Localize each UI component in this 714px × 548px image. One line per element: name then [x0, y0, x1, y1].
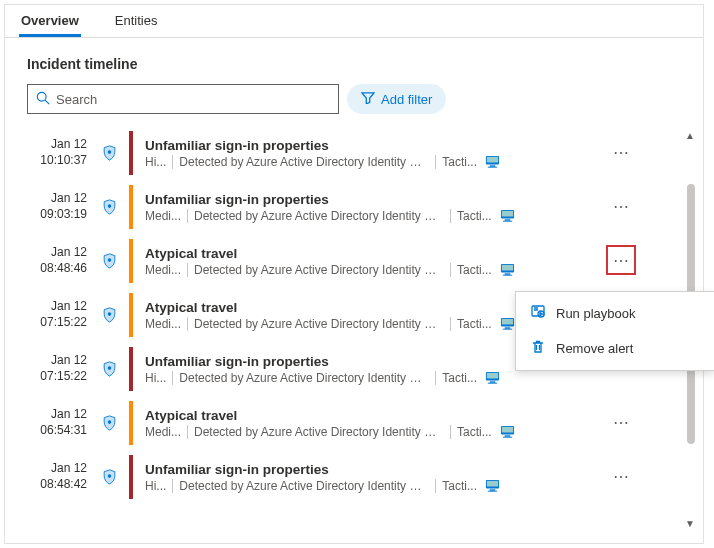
monitor-icon: [485, 479, 500, 492]
divider: [450, 317, 451, 331]
svg-rect-19: [502, 319, 513, 325]
timestamp: Jan 12 10:10:37: [5, 137, 97, 168]
tactics-label: Tacti...: [457, 263, 492, 277]
alert-content: Atypical travel Medi... Detected by Azur…: [133, 408, 663, 439]
alert-title: Unfamiliar sign-in properties: [145, 138, 655, 153]
alert-content: Unfamiliar sign-in properties Hi... Dete…: [133, 138, 663, 169]
svg-rect-9: [502, 211, 513, 217]
divider: [450, 263, 451, 277]
time-label: 09:03:19: [5, 207, 87, 223]
date-label: Jan 12: [5, 461, 87, 477]
svg-rect-10: [504, 219, 510, 220]
detected-by: Detected by Azure Active Directory Ident…: [194, 263, 444, 277]
tab-entities[interactable]: Entities: [113, 5, 160, 37]
svg-rect-14: [502, 265, 513, 271]
more-actions-button[interactable]: ⋯: [607, 138, 635, 166]
divider: [187, 425, 188, 439]
timestamp: Jan 12 07:15:22: [5, 353, 97, 384]
svg-rect-31: [503, 437, 512, 438]
time-label: 08:48:42: [5, 477, 87, 493]
svg-point-0: [37, 92, 46, 101]
alert-content: Unfamiliar sign-in properties Hi... Dete…: [133, 462, 663, 493]
alert-title: Atypical travel: [145, 408, 655, 423]
detected-by: Detected by Azure Active Directory Ident…: [179, 155, 429, 169]
timestamp: Jan 12 07:15:22: [5, 299, 97, 330]
divider: [187, 317, 188, 331]
svg-point-7: [107, 204, 111, 208]
timeline-row[interactable]: Jan 12 08:48:46 Atypical travel Medi... …: [5, 234, 663, 288]
timestamp: Jan 12 08:48:42: [5, 461, 97, 492]
more-actions-button[interactable]: ⋯: [607, 246, 635, 274]
tactics-label: Tacti...: [457, 425, 492, 439]
monitor-icon: [500, 317, 515, 330]
time-label: 07:15:22: [5, 315, 87, 331]
scroll-up-icon[interactable]: ▲: [683, 128, 697, 142]
svg-rect-24: [487, 373, 498, 379]
shield-icon: [97, 415, 121, 431]
time-label: 07:15:22: [5, 369, 87, 385]
svg-rect-5: [490, 165, 496, 166]
date-label: Jan 12: [5, 299, 87, 315]
tactics-label: Tacti...: [442, 371, 477, 385]
timestamp: Jan 12 09:03:19: [5, 191, 97, 222]
tactics-label: Tacti...: [457, 209, 492, 223]
tactics-label: Tacti...: [442, 155, 477, 169]
tactics-label: Tacti...: [457, 317, 492, 331]
divider: [435, 479, 436, 493]
severity-text: Hi...: [145, 371, 166, 385]
severity-text: Medi...: [145, 425, 181, 439]
svg-rect-6: [488, 167, 497, 168]
divider: [172, 371, 173, 385]
shield-icon: [97, 145, 121, 161]
trash-icon: [530, 339, 546, 358]
search-box[interactable]: [27, 84, 339, 114]
scroll-down-icon[interactable]: ▼: [683, 516, 697, 530]
divider: [435, 155, 436, 169]
more-actions-button[interactable]: ⋯: [607, 192, 635, 220]
severity-text: Medi...: [145, 209, 181, 223]
svg-point-22: [107, 366, 111, 370]
search-input[interactable]: [56, 92, 330, 107]
monitor-icon: [500, 425, 515, 438]
svg-point-27: [107, 420, 111, 424]
tactics-label: Tacti...: [442, 479, 477, 493]
menu-run-playbook[interactable]: Run playbook: [516, 296, 714, 331]
time-label: 06:54:31: [5, 423, 87, 439]
more-actions-button[interactable]: ⋯: [607, 408, 635, 436]
divider: [172, 155, 173, 169]
svg-rect-29: [502, 427, 513, 433]
timestamp: Jan 12 08:48:46: [5, 245, 97, 276]
svg-rect-35: [490, 489, 496, 490]
more-actions-button[interactable]: ⋯: [607, 462, 635, 490]
incident-panel: Overview Entities Incident timeline Add …: [4, 4, 704, 544]
detected-by: Detected by Azure Active Directory Ident…: [194, 209, 444, 223]
date-label: Jan 12: [5, 353, 87, 369]
shield-icon: [97, 361, 121, 377]
shield-icon: [97, 469, 121, 485]
svg-point-17: [107, 312, 111, 316]
filter-row: Add filter: [5, 84, 703, 122]
svg-point-2: [107, 150, 111, 154]
svg-rect-21: [503, 329, 512, 330]
timestamp: Jan 12 06:54:31: [5, 407, 97, 438]
add-filter-button[interactable]: Add filter: [347, 84, 446, 114]
svg-rect-36: [488, 491, 497, 492]
divider: [172, 479, 173, 493]
shield-icon: [97, 199, 121, 215]
timeline-row[interactable]: Jan 12 06:54:31 Atypical travel Medi... …: [5, 396, 663, 450]
tab-overview[interactable]: Overview: [19, 5, 81, 37]
shield-icon: [97, 307, 121, 323]
timeline-row[interactable]: Jan 12 08:48:42 Unfamiliar sign-in prope…: [5, 450, 663, 504]
svg-rect-26: [488, 383, 497, 384]
svg-rect-30: [504, 435, 510, 436]
menu-remove-alert[interactable]: Remove alert: [516, 331, 714, 366]
severity-text: Hi...: [145, 155, 166, 169]
timeline-row[interactable]: Jan 12 09:03:19 Unfamiliar sign-in prope…: [5, 180, 663, 234]
severity-text: Medi...: [145, 263, 181, 277]
monitor-icon: [485, 371, 500, 384]
detected-by: Detected by Azure Active Directory Ident…: [194, 425, 444, 439]
timeline-row[interactable]: Jan 12 10:10:37 Unfamiliar sign-in prope…: [5, 126, 663, 180]
menu-run-playbook-label: Run playbook: [556, 306, 636, 321]
detected-by: Detected by Azure Active Directory Ident…: [194, 317, 444, 331]
monitor-icon: [500, 263, 515, 276]
